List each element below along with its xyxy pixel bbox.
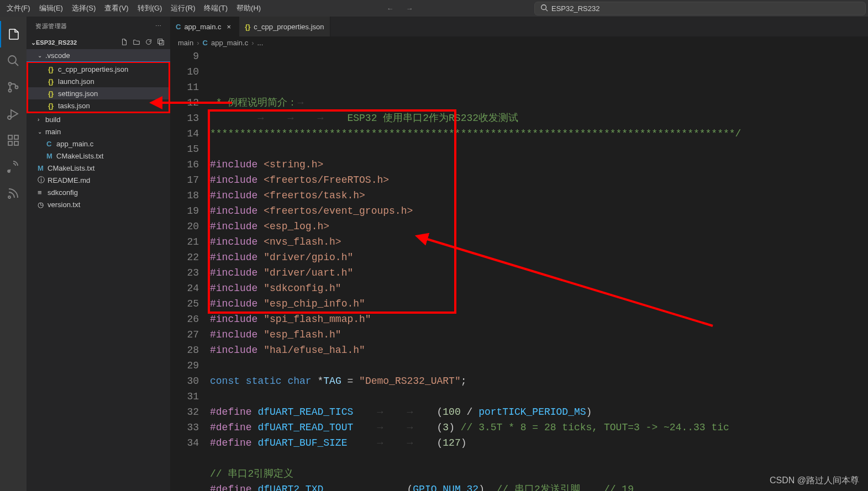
svg-line-3 <box>15 62 18 66</box>
folder-build[interactable]: › build <box>27 113 170 125</box>
editor-area: C app_main.c × {} c_cpp_properties.json … <box>170 17 868 491</box>
menu-item[interactable]: 终端(T) <box>199 1 232 15</box>
breadcrumbs[interactable]: main › C app_main.c › ... <box>170 36 868 49</box>
file-cmakelists-root[interactable]: M CMakeLists.txt <box>27 162 170 174</box>
svg-point-4 <box>9 83 12 86</box>
sidebar-title: 资源管理器 <box>35 22 67 30</box>
refresh-icon[interactable] <box>144 37 154 48</box>
search-text: ESP32_RS232 <box>551 4 599 13</box>
menu-item[interactable]: 选择(S) <box>67 1 100 15</box>
file-sdkconfig[interactable]: ≡ sdkconfig <box>27 186 170 198</box>
remote-icon[interactable] <box>0 180 27 207</box>
tabs: C app_main.c × {} c_cpp_properties.json <box>170 17 868 36</box>
file-launch-json[interactable]: {} launch.json <box>28 75 169 87</box>
chevron-right-icon: › <box>197 39 199 47</box>
c-file-icon: C <box>46 140 56 148</box>
new-file-icon[interactable] <box>119 37 129 48</box>
file-settings-json[interactable]: {} settings.json <box>28 87 169 99</box>
tab-c-cpp-properties[interactable]: {} c_cpp_properties.json <box>239 17 330 36</box>
svg-point-6 <box>15 86 18 89</box>
svg-rect-14 <box>158 39 162 44</box>
sidebar-header: 资源管理器 ⋯ <box>27 17 170 36</box>
menu-item[interactable]: 运行(R) <box>166 1 199 15</box>
sidebar: 资源管理器 ⋯ ⌄ ESP32_RS232 ⌄ .vscode {} c_cpp… <box>27 17 170 491</box>
cmake-file-icon: M <box>46 152 56 160</box>
svg-rect-9 <box>14 135 18 139</box>
project-name: ESP32_RS232 <box>36 39 77 46</box>
nav-forward-icon[interactable]: → <box>403 3 417 14</box>
svg-point-2 <box>8 56 16 64</box>
source-control-icon[interactable] <box>0 74 27 101</box>
close-icon[interactable]: × <box>225 23 234 31</box>
file-tree: ⌄ .vscode {} c_cpp_properties.json {} la… <box>27 49 170 491</box>
json-file-icon: {} <box>48 102 58 110</box>
sidebar-more-icon[interactable]: ⋯ <box>155 23 162 30</box>
run-debug-icon[interactable] <box>0 101 27 127</box>
chevron-right-icon: › <box>251 39 254 47</box>
chevron-down-icon: ⌄ <box>38 52 45 59</box>
nav-back-icon[interactable]: ← <box>383 3 397 14</box>
explorer-icon[interactable] <box>0 21 27 47</box>
info-file-icon: ⓘ <box>38 175 48 185</box>
breadcrumb-item[interactable]: app_main.c <box>211 39 248 47</box>
file-tasks-json[interactable]: {} tasks.json <box>28 99 169 112</box>
search-box[interactable]: ESP32_RS232 <box>534 2 866 15</box>
chevron-down-icon: ⌄ <box>31 39 36 46</box>
svg-rect-10 <box>8 141 12 145</box>
svg-rect-8 <box>8 135 12 139</box>
file-c-cpp-properties[interactable]: {} c_cpp_properties.json <box>28 63 169 75</box>
svg-line-1 <box>546 9 548 11</box>
tab-app-main[interactable]: C app_main.c × <box>170 17 239 36</box>
file-app-main-c[interactable]: C app_main.c <box>27 138 170 150</box>
watermark: CSDN @路过人间本尊 <box>770 475 859 487</box>
chevron-right-icon: › <box>38 117 45 123</box>
clock-file-icon: ◷ <box>38 200 48 209</box>
file-version-txt[interactable]: ◷ version.txt <box>27 198 170 210</box>
file-cmakelists-main[interactable]: M CMakeLists.txt <box>27 150 170 162</box>
line-gutter: 9101112131415161718192021222324252627282… <box>170 49 210 491</box>
json-file-icon: {} <box>48 65 58 73</box>
menubar: 文件(F)编辑(E)选择(S)查看(V)转到(G)运行(R)终端(T)帮助(H)… <box>0 0 868 17</box>
c-file-icon: C <box>176 23 181 31</box>
tab-label: app_main.c <box>184 23 221 31</box>
json-file-icon: {} <box>48 77 58 86</box>
folder-vscode[interactable]: ⌄ .vscode <box>27 49 170 61</box>
menubar-items: 文件(F)编辑(E)选择(S)查看(V)转到(G)运行(R)终端(T)帮助(H) <box>2 1 265 15</box>
search-icon <box>540 4 548 13</box>
folder-main[interactable]: ⌄ main <box>27 125 170 138</box>
menu-item[interactable]: 转到(G) <box>133 1 167 15</box>
json-file-icon: {} <box>48 89 58 98</box>
sidebar-project[interactable]: ⌄ ESP32_RS232 <box>27 36 170 49</box>
red-highlight-box: {} c_cpp_properties.json {} launch.json … <box>27 61 170 113</box>
svg-point-7 <box>8 116 11 119</box>
code-editor[interactable]: 9101112131415161718192021222324252627282… <box>170 49 868 491</box>
svg-point-0 <box>541 4 546 9</box>
breadcrumb-item[interactable]: main <box>178 39 193 47</box>
menu-item[interactable]: 帮助(H) <box>232 1 265 15</box>
menu-item[interactable]: 文件(F) <box>2 1 35 15</box>
chevron-down-icon: ⌄ <box>38 129 45 135</box>
extensions-icon[interactable] <box>0 127 27 154</box>
code-content[interactable]: * 例程说明简介：→ → → → ESP32 使用串口2作为RS232收发测试*… <box>210 49 868 491</box>
svg-rect-15 <box>159 40 164 45</box>
activity-bar <box>0 17 27 491</box>
esp-icon[interactable] <box>0 154 27 180</box>
json-file-icon: {} <box>245 23 250 31</box>
cmake-file-icon: M <box>38 164 48 172</box>
text-file-icon: ≡ <box>38 188 48 197</box>
svg-point-13 <box>8 196 10 198</box>
c-file-icon: C <box>203 39 208 47</box>
menu-item[interactable]: 查看(V) <box>100 1 133 15</box>
tab-label: c_cpp_properties.json <box>254 23 324 31</box>
search-activity-icon[interactable] <box>0 47 27 74</box>
collapse-icon[interactable] <box>156 37 166 48</box>
svg-point-5 <box>9 89 12 92</box>
file-readme[interactable]: ⓘ README.md <box>27 174 170 186</box>
menu-item[interactable]: 编辑(E) <box>35 1 67 15</box>
svg-rect-11 <box>14 141 18 145</box>
new-folder-icon[interactable] <box>131 37 141 48</box>
breadcrumb-item[interactable]: ... <box>257 39 263 47</box>
